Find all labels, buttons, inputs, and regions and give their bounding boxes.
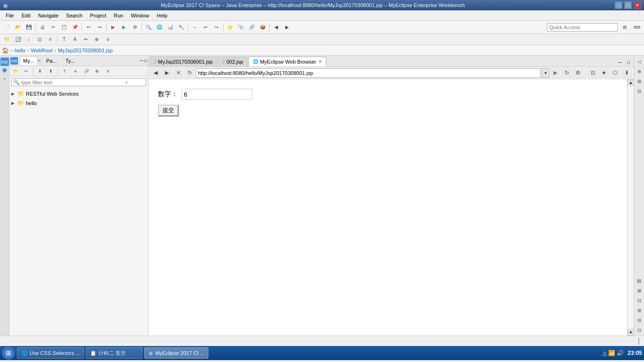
tb-btn11[interactable]: ↪ [211,22,222,33]
tab-close-browser[interactable]: ✕ [318,59,322,64]
form-input[interactable] [182,89,252,100]
tab-myjsp[interactable]: J MyJsp20170308001.jsp [149,57,217,66]
search-button[interactable]: 🔍 [143,22,154,33]
tb2-btn9[interactable]: ⊕ [91,34,102,45]
menu-help[interactable]: Help [153,12,172,19]
tb-btn2[interactable]: ✂ [48,22,58,33]
save-button[interactable]: 💾 [24,22,34,33]
tb-btn15[interactable]: 📦 [257,22,268,33]
tb-btn6[interactable]: 🌐 [154,22,165,33]
tb2-btn6[interactable]: T [59,34,69,45]
right-strip-btn3[interactable]: ⊞ [635,76,644,86]
right-strip-btn7[interactable]: ⊡ [635,296,644,305]
redo-button[interactable]: ↪ [94,22,105,33]
perspective-button[interactable]: ⊞ [619,22,630,33]
right-strip-btn1[interactable]: ◁ [635,57,644,66]
tb-icon-me[interactable]: me [632,22,642,33]
tb2-btn10[interactable]: ∨ [102,34,113,45]
bc-item-file[interactable]: MyJsp20170308001.jsp [58,48,113,53]
debug-button[interactable]: ▶ [108,22,118,33]
scroll-up-button[interactable]: ▲ [627,79,634,86]
tb-btn4[interactable]: 📌 [70,22,80,33]
sidebar-tb1[interactable]: 📁 [10,66,21,76]
sidebar-maximize-icon[interactable]: □ [144,58,147,63]
url-dropdown[interactable]: ▾ [542,68,549,78]
menu-edit[interactable]: Edit [18,12,34,19]
sidebar-tb8[interactable]: ⊕ [92,66,102,76]
tb2-btn2[interactable]: 🔄 [13,34,23,45]
filter-arrow[interactable]: ∨ [125,80,128,85]
quick-access-input[interactable] [547,23,618,32]
left-strip-btn2[interactable]: 🔷 [0,66,9,74]
tab-002[interactable]: J 002.jsp [218,57,247,66]
sidebar-tb5[interactable]: T [59,66,70,76]
right-strip-btn10[interactable]: ⊡ [635,325,644,335]
browser-sync-button[interactable]: ↻ [561,68,572,78]
sidebar-tab-pa[interactable]: Pa... [43,57,60,65]
sidebar-tb3[interactable]: ⬇ [35,66,45,76]
right-strip-btn9[interactable]: ⊟ [635,315,644,325]
open-button[interactable]: 📂 [13,22,23,33]
start-button[interactable]: ⊞ [2,346,15,360]
sidebar-tb2[interactable]: ↩ [21,66,32,76]
tree-item-hello[interactable]: ▶ 📁 hello [9,99,148,108]
tab-restore-icon[interactable]: □ [624,58,633,66]
submit-button[interactable]: 提交 [158,105,179,116]
bc-item-webroot[interactable]: WebRoot [31,48,53,53]
sidebar-minimize-icon[interactable]: ─ [140,58,143,63]
menu-project[interactable]: Project [86,12,110,19]
menu-run[interactable]: Run [110,12,127,19]
browser-back-button[interactable]: ◀ [150,68,161,78]
undo-button[interactable]: ↩ [83,22,94,33]
tb-btn5[interactable]: ⚙ [130,22,140,33]
url-input[interactable] [196,68,541,78]
browser-run-button[interactable]: ▶ [550,68,561,78]
sidebar-tab-my[interactable]: My... [20,57,37,65]
tab-minimize-icon[interactable]: ─ [616,58,624,66]
tb-btn8[interactable]: 🔧 [176,22,186,33]
tb-btn9[interactable]: ↔ [190,22,200,33]
tb-btn12[interactable]: ⭐ [225,22,235,33]
taskbar-item-keji[interactable]: 📋 计科二 安方 [86,347,142,359]
tb-btn14[interactable]: 🔗 [247,22,257,33]
left-strip-btn1[interactable]: me [0,58,9,66]
menu-navigate[interactable]: Navigate [34,12,62,19]
sidebar-tab-close[interactable]: ✕ [37,58,41,63]
browser-forward-button[interactable]: ▶ [162,68,172,78]
scroll-track[interactable] [627,86,634,329]
right-strip-btn4[interactable]: ⊟ [635,86,644,96]
right-strip-btn6[interactable]: ⊠ [635,286,644,295]
tb2-btn3[interactable]: ↕ [24,34,34,45]
tb2-btn1[interactable]: 📁 [2,34,12,45]
tb-btn17[interactable]: ▶ [282,22,292,33]
tb2-btn8[interactable]: ✏ [81,34,91,45]
sidebar-tab-ty[interactable]: Ty... [62,57,78,65]
run-button[interactable]: ▶ [119,22,129,33]
tab-browser[interactable]: 🌐 MyEclipse Web Browser ✕ [248,57,326,66]
minimize-button[interactable]: – [615,1,622,9]
tb2-btn7[interactable]: A [70,34,80,45]
sidebar-tb9[interactable]: ∨ [103,66,113,76]
tb-btn10[interactable]: ↩ [200,22,211,33]
close-button[interactable]: ✕ [634,1,641,9]
browser-refresh-button[interactable]: ↻ [184,68,195,78]
scroll-down-button[interactable]: ▼ [627,329,634,336]
browser-layout-button[interactable]: ⊡ [587,68,598,78]
tree-item-restful[interactable]: ▶ 📁 RESTful Web Services [9,89,148,99]
taskbar-item-css[interactable]: 🌐 Use CSS Selectors ... [17,347,84,359]
sidebar-tb6[interactable]: A [70,66,81,76]
tb2-btn5[interactable]: ≡ [45,34,56,45]
tb-btn13[interactable]: 📎 [236,22,246,33]
new-button[interactable]: 📄 [2,22,12,33]
tb-btn7[interactable]: 📊 [165,22,175,33]
left-strip-btn3[interactable]: 🔹 [0,74,9,83]
sidebar-tb4[interactable]: ⬆ [46,66,56,76]
print-button[interactable]: 🖨 [37,22,48,33]
right-strip-btn8[interactable]: ⊞ [635,305,644,315]
tb-btn3[interactable]: 📋 [59,22,69,33]
browser-settings-button[interactable]: ⚙ [573,68,583,78]
taskbar-item-eclipse[interactable]: ◉ MyEclipse 2017 CI ... [144,347,208,359]
tb2-btn4[interactable]: ⊡ [34,34,45,45]
menu-file[interactable]: File [2,12,18,19]
browser-download-button[interactable]: ⬇ [621,68,632,78]
